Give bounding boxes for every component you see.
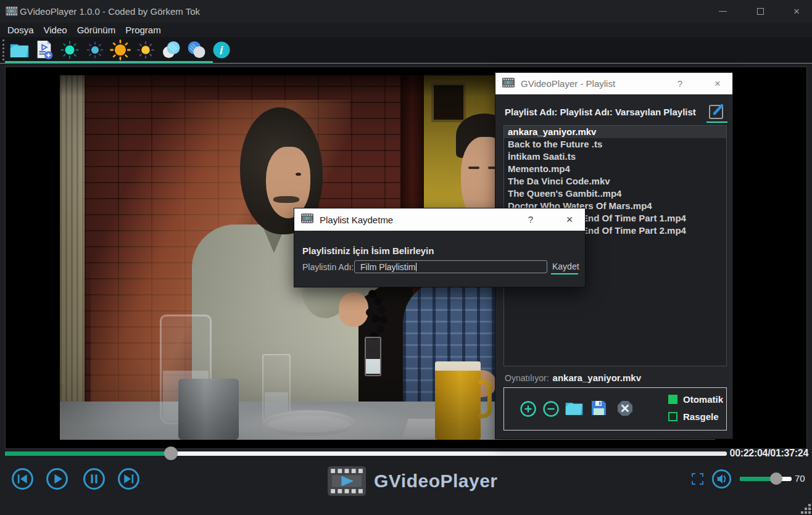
otomatik-checkbox-row[interactable]: Otomatik — [668, 394, 723, 405]
fullscreen-icon — [692, 473, 695, 477]
clear-x-icon — [616, 400, 634, 417]
resize-grip-icon — [808, 511, 811, 514]
menu-gorunum[interactable]: Görünüm — [72, 23, 121, 37]
playlist-name-value: Film Playlistim — [360, 262, 415, 272]
kaydet-button[interactable]: Kaydet — [552, 262, 579, 271]
brightness-decrease-button[interactable] — [135, 39, 156, 60]
previous-icon — [11, 468, 34, 490]
previous-button[interactable] — [11, 468, 34, 490]
playlist-title-bar: GVideoPlayer - Playlist ? × — [495, 73, 732, 94]
progress-row: 00:22:04/01:37:24 — [0, 448, 812, 461]
play-button[interactable] — [46, 468, 68, 490]
edit-underline — [706, 122, 727, 123]
add-media-button[interactable] — [519, 400, 539, 419]
playlist-name-label: Playlistin Adı: — [302, 262, 354, 272]
save-icon — [590, 400, 607, 416]
playlist-name-header: Playlist Adı: Playlist Adı: Varsayılan P… — [505, 107, 696, 117]
contrast-increase-icon — [60, 40, 80, 60]
dialog-icon — [301, 213, 313, 226]
playlist-item[interactable]: The Queen's Gambit..mp4 — [504, 187, 726, 200]
playlist-item[interactable]: The Da Vinci Code.mkv — [504, 175, 726, 187]
pause-button[interactable] — [83, 468, 106, 490]
next-icon — [117, 468, 140, 490]
controls-row: GVideoPlayer 70 — [0, 463, 812, 500]
saturation-increase-button[interactable] — [160, 39, 181, 60]
saturation-decrease-icon — [186, 40, 207, 60]
dialog-heading: Playlistiniz İçin İsim Belirleyin — [302, 245, 434, 256]
logo-text: GVideoPlayer — [374, 471, 498, 492]
dialog-help-button[interactable]: ? — [520, 208, 541, 231]
seek-bar-fill — [5, 451, 171, 456]
open-folder-icon — [9, 41, 30, 59]
window-title: GVideoPlayer 1.0.0 - Coded by Görkem Tok — [20, 0, 200, 23]
minimize-button[interactable] — [708, 0, 737, 23]
app-icon — [6, 6, 18, 19]
contrast-increase-button[interactable] — [59, 39, 80, 60]
clear-playlist-button[interactable] — [616, 400, 636, 419]
volume-slider[interactable] — [740, 477, 792, 481]
volume-handle[interactable] — [770, 472, 782, 485]
rasgele-checkbox-row[interactable]: Rasgele — [668, 411, 719, 422]
info-button[interactable]: i — [211, 39, 232, 60]
time-display: 00:22:04/01:37:24 — [727, 448, 808, 459]
remove-media-button[interactable] — [542, 400, 561, 419]
brightness-increase-button[interactable] — [110, 39, 131, 60]
add-to-playlist-button[interactable] — [34, 39, 55, 60]
brightness-decrease-icon — [136, 40, 155, 60]
otomatik-checkbox[interactable] — [668, 395, 677, 404]
edit-playlist-name-button[interactable] — [708, 102, 726, 120]
rasgele-label: Rasgele — [683, 411, 719, 422]
dialog-title-bar: Playlist Kaydetme ? × — [294, 208, 585, 231]
volume-value: 70 — [795, 473, 805, 484]
add-to-playlist-icon — [35, 40, 54, 60]
film-logo-icon — [328, 465, 366, 497]
save-playlist-dialog: Playlist Kaydetme ? × Playlistiniz İçin … — [294, 208, 586, 287]
contrast-decrease-button[interactable] — [85, 39, 106, 60]
playlist-item[interactable]: Memento.mp4 — [504, 163, 726, 175]
toolbar: i — [0, 37, 812, 64]
close-button[interactable]: × — [782, 0, 811, 23]
kaydet-underline — [551, 273, 578, 274]
seek-handle[interactable] — [164, 447, 178, 460]
next-button[interactable] — [117, 468, 140, 490]
title-bar: GVideoPlayer 1.0.0 - Coded by Görkem Tok… — [0, 0, 812, 23]
saturation-decrease-button[interactable] — [186, 39, 207, 60]
fullscreen-button[interactable] — [692, 473, 703, 485]
dialog-close-button[interactable]: × — [556, 208, 583, 231]
maximize-button[interactable] — [746, 0, 774, 23]
playlist-item[interactable]: ankara_yaniyor.mkv — [504, 126, 726, 138]
svg-text:i: i — [220, 44, 223, 57]
menu-video[interactable]: Video — [39, 23, 72, 37]
minimize-icon — [719, 11, 727, 12]
minus-icon — [542, 400, 560, 418]
playlist-window-icon — [502, 78, 515, 90]
playlist-close-button[interactable]: × — [705, 73, 730, 94]
save-playlist-button[interactable] — [590, 400, 610, 419]
pause-icon — [83, 468, 106, 490]
brightness-increase-icon — [110, 39, 131, 60]
mute-button[interactable] — [711, 469, 732, 489]
contrast-decrease-icon — [85, 40, 105, 60]
menu-program[interactable]: Program — [120, 23, 166, 37]
rasgele-checkbox[interactable] — [668, 412, 677, 421]
resize-grip[interactable] — [800, 503, 811, 514]
open-folder-button[interactable] — [9, 39, 30, 60]
playlist-item[interactable]: İntikam Saati.ts — [504, 150, 726, 163]
playlist-help-button[interactable]: ? — [670, 73, 690, 94]
folder-icon — [565, 400, 584, 416]
playlist-item[interactable]: Back to the Future .ts — [504, 138, 726, 150]
speaker-icon — [711, 469, 732, 489]
info-icon: i — [212, 40, 231, 60]
dialog-title: Playlist Kaydetme — [320, 215, 393, 225]
plus-icon — [519, 400, 537, 418]
close-icon: × — [793, 6, 800, 18]
open-playlist-folder-button[interactable] — [565, 400, 584, 419]
now-playing-file: ankara_yaniyor.mkv — [553, 373, 641, 383]
now-playing: Oynatılıyor:ankara_yaniyor.mkv — [505, 373, 641, 383]
menu-dosya[interactable]: Dosya — [2, 23, 39, 37]
app-logo: GVideoPlayer — [328, 463, 498, 500]
seek-bar[interactable] — [5, 451, 727, 456]
otomatik-label: Otomatik — [683, 394, 723, 405]
playlist-name-input[interactable]: Film Playlistim — [354, 260, 547, 273]
toolbar-drag-handle[interactable] — [2, 39, 4, 60]
